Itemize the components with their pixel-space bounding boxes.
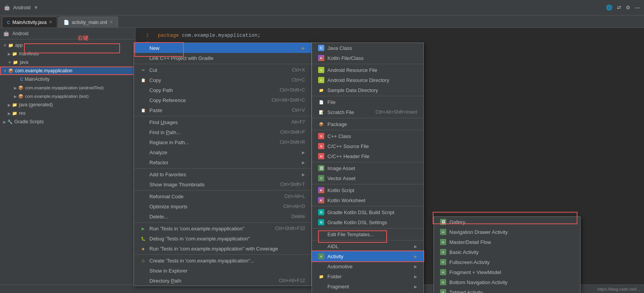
- folder-submenu-icon: 📁: [318, 273, 324, 279]
- tree-item-manifests[interactable]: ▶ 📁 manifests: [0, 49, 135, 58]
- menu-item-automotive[interactable]: Automotive ▶: [312, 261, 423, 271]
- analyze-icon: [140, 149, 146, 155]
- tree-label-test: com.example.myapplication (test): [25, 94, 89, 99]
- menu-item-show-thumbnails[interactable]: Show Image Thumbnails Ctrl+Shift+T: [134, 179, 311, 189]
- menu-item-bottom-nav[interactable]: A Bottom Navigation Activity: [434, 277, 580, 287]
- menu-item-package[interactable]: 📦 Package: [312, 119, 423, 129]
- menu-item-create-tests[interactable]: ◇ Create 'Tests in 'com.example.myapplic…: [134, 256, 311, 266]
- menu-item-vector-asset[interactable]: V Vector Asset: [312, 173, 423, 183]
- menu-item-link-cpp[interactable]: Link C++ Project with Gradle: [134, 53, 311, 63]
- tree-item-package-android-test[interactable]: ▶ 📦 com.example.myapplication (androidTe…: [0, 83, 135, 92]
- scratch-shortcut: Ctrl+Alt+Shift+Insert: [375, 109, 417, 115]
- dropdown-arrow-icon[interactable]: ▼: [34, 5, 39, 10]
- tree-item-app[interactable]: ▼ 📁 app: [0, 41, 135, 49]
- menu-item-paste[interactable]: 📋 Paste Ctrl+V: [134, 105, 311, 115]
- menu-item-copy[interactable]: 📋 Copy Ctrl+C: [134, 75, 311, 85]
- menu-item-google[interactable]: Google ▶: [312, 291, 423, 293]
- tree-item-package-selected[interactable]: ▼ 📦 com.example.myapplication: [0, 66, 135, 75]
- cut-shortcut: Ctrl+X: [292, 67, 305, 73]
- menu-item-edit-templates[interactable]: Edit File Templates...: [312, 229, 423, 239]
- menu-item-delete[interactable]: Delete... Delete: [134, 211, 311, 221]
- swap-icon[interactable]: ⇄: [617, 5, 621, 10]
- menu-item-gradle-kotlin-settings[interactable]: G Gradle Kotlin DSL Settings: [312, 217, 423, 227]
- tree-label-main-activity: MainActivity: [25, 77, 50, 82]
- menu-item-kotlin-script[interactable]: K Kotlin Script: [312, 185, 423, 195]
- menu-item-show-explorer[interactable]: Show in Explorer: [134, 266, 311, 276]
- menu-item-file[interactable]: 📄 File: [312, 97, 423, 107]
- paste-shortcut: Ctrl+V: [292, 107, 305, 113]
- tree-label-app: app: [15, 43, 23, 48]
- menu-item-find-usages[interactable]: Find Usages Alt+F7: [134, 117, 311, 127]
- menu-item-run-coverage[interactable]: ◈ Run 'Tests in 'com.example.myapplicati…: [134, 244, 311, 254]
- menu-item-kotlin-class[interactable]: K Kotlin File/Class: [312, 53, 423, 63]
- menu-item-copy-path[interactable]: Copy Path Ctrl+Shift+C: [134, 85, 311, 95]
- tab-close-icon[interactable]: ✕: [49, 20, 52, 25]
- tree-item-java[interactable]: ▼ 📁 java: [0, 58, 135, 66]
- menu-item-add-favorites[interactable]: Add to Favorites ▶: [134, 169, 311, 179]
- menu-item-analyze[interactable]: Analyze ▶: [134, 147, 311, 157]
- menu-item-cut[interactable]: ✂ Cut Ctrl+X: [134, 65, 311, 75]
- menu-item-fragment-viewmodel[interactable]: A Fragment + ViewModel: [434, 267, 580, 277]
- globe-icon[interactable]: 🌐: [606, 5, 612, 10]
- tab-main-activity[interactable]: C MainActivity.java ✕: [2, 17, 57, 27]
- menu-item-gradle-kotlin-build[interactable]: G Gradle Kotlin DSL Build Script: [312, 207, 423, 217]
- tree-item-main-activity[interactable]: C MainActivity: [0, 75, 135, 83]
- menu-item-replace-in-path[interactable]: Replace in Path... Ctrl+Shift+R: [134, 137, 311, 147]
- title-bar-left: 🤖 Android ▼: [4, 5, 39, 10]
- kotlin-icon: K: [318, 55, 324, 61]
- menu-item-sample-data-dir[interactable]: 📁 Sample Data Directory: [312, 85, 423, 95]
- menu-item-cpp-header[interactable]: H C/C++ Header File: [312, 151, 423, 161]
- settings-icon[interactable]: ⚙: [626, 5, 630, 10]
- menu-item-image-asset[interactable]: 🖼 Image Asset: [312, 163, 423, 173]
- menu-item-fragment[interactable]: Fragment ▶: [312, 281, 423, 291]
- refactor-icon: [140, 159, 146, 165]
- menu-item-gallery[interactable]: 🖼 Gallery...: [434, 217, 580, 227]
- tree-item-package-test[interactable]: ▶ 📦 com.example.myapplication (test): [0, 92, 135, 101]
- scissors-icon: ✂: [140, 67, 146, 73]
- tab-activity-main-xml[interactable]: 📄 activity_main.xml ✕: [58, 17, 118, 27]
- menu-item-folder[interactable]: 📁 Folder ▶: [312, 271, 423, 281]
- menu-item-nav-drawer[interactable]: A Navigation Drawer Activity: [434, 227, 580, 237]
- menu-item-aidl[interactable]: AIDL ▶: [312, 241, 423, 251]
- tree-item-gradle-scripts[interactable]: ▶ 🔧 Gradle Scripts: [0, 118, 135, 126]
- minimize-icon[interactable]: —: [635, 5, 640, 10]
- menu-label-scratch-file: Scratch File: [327, 109, 354, 115]
- menu-item-scratch-file[interactable]: 📝 Scratch File Ctrl+Alt+Shift+Insert: [312, 107, 423, 117]
- menu-label-edit-templates: Edit File Templates...: [327, 232, 374, 237]
- menu-item-copy-reference[interactable]: Copy Reference Ctrl+Alt+Shift+C: [134, 95, 311, 105]
- menu-item-refactor[interactable]: Refactor ▶: [134, 157, 311, 167]
- menu-item-java-class[interactable]: C Java Class: [312, 43, 423, 53]
- menu-item-master-detail[interactable]: A Master/Detail Flow: [434, 237, 580, 247]
- new-submenu-arrow: ▶: [302, 46, 305, 50]
- menu-label-java-class: Java Class: [327, 45, 352, 51]
- menu-item-cpp-source[interactable]: S C/C++ Source File: [312, 141, 423, 151]
- menu-item-fullscreen-activity[interactable]: A Fullscreen Activity: [434, 257, 580, 267]
- menu-item-android-resource-file[interactable]: A Android Resource File: [312, 65, 423, 75]
- menu-item-run-tests[interactable]: ▶ Run 'Tests in 'com.example.myapplicati…: [134, 223, 311, 233]
- menu-item-android-resource-dir[interactable]: A Android Resource Directory: [312, 75, 423, 85]
- tab-close-xml-icon[interactable]: ✕: [110, 20, 113, 25]
- menu-item-basic-activity[interactable]: A Basic Activity: [434, 247, 580, 257]
- menu-item-kotlin-worksheet[interactable]: K Kotlin Worksheet: [312, 195, 423, 205]
- new-sep-6: [312, 184, 423, 184]
- tree-item-java-generated[interactable]: ▶ 📁 java (generated): [0, 101, 135, 109]
- master-detail-icon: A: [440, 239, 446, 245]
- tree-item-res[interactable]: ▶ 📁 res: [0, 109, 135, 118]
- menu-item-new[interactable]: New ▶: [134, 43, 311, 53]
- menu-item-optimize-imports[interactable]: Optimize Imports Ctrl+Alt+O: [134, 201, 311, 211]
- class-icon-main-activity: C: [20, 77, 23, 82]
- copy-shortcut: Ctrl+C: [292, 77, 305, 83]
- menu-item-tabbed-activity[interactable]: A Tabbed Activity: [434, 287, 580, 293]
- res-folder-icon: 📁: [12, 111, 17, 116]
- android-resource-dir-icon: A: [318, 77, 324, 83]
- menu-item-directory-path[interactable]: Directory Path Ctrl+Alt+F12: [134, 276, 311, 286]
- directory-path-shortcut: Ctrl+Alt+F12: [279, 278, 305, 283]
- menu-item-reformat[interactable]: Reformat Code Ctrl+Alt+L: [134, 191, 311, 201]
- menu-item-cpp-class[interactable]: S C++ Class: [312, 131, 423, 141]
- menu-item-find-in-path[interactable]: Find in Path... Ctrl+Shift+F: [134, 127, 311, 137]
- link-cpp-icon: [140, 55, 146, 61]
- menu-label-new: New: [149, 45, 159, 51]
- menu-item-activity[interactable]: A Activity ▶: [312, 251, 423, 261]
- sidebar: 🤖 Android ▼ 📁 app ▶ 📁 manifests ▼ 📁 java: [0, 28, 135, 293]
- menu-item-debug-tests[interactable]: 🐛 Debug 'Tests in 'com.example.myapplica…: [134, 233, 311, 244]
